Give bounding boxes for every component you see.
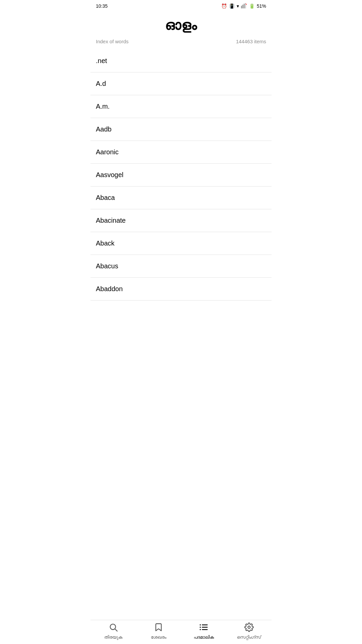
list-item[interactable]: A.d [90,72,272,95]
list-item[interactable]: Aaronic [90,141,272,164]
list-item[interactable]: Aadb [90,118,272,141]
battery-percent: 51% [257,3,266,9]
content-area: .netA.dA.m.AadbAaronicAasvogelAbacaAbaci… [90,50,272,327]
svg-rect-0 [241,6,242,8]
list-item[interactable]: Abacinate [90,209,272,232]
signal-icon [241,3,247,9]
status-time: 10:35 [96,3,108,9]
subtitle-row: Index of words 144463 items [90,36,272,50]
app-title: ഓളം [90,12,272,36]
svg-rect-2 [244,4,245,8]
wifi-icon: ▾ [237,3,239,9]
status-right: ⏰ 📳 ▾ 🔋 51% [221,3,266,9]
list-item[interactable]: Abaddon [90,278,272,301]
battery-icon: 🔋 [249,3,255,9]
list-item[interactable]: Abaca [90,186,272,209]
list-item[interactable]: .net [90,50,272,72]
svg-rect-1 [242,5,243,8]
vibrate-icon: 📳 [229,3,235,9]
list-item[interactable]: Abacus [90,255,272,278]
list-item[interactable]: Aback [90,232,272,255]
item-count: 144463 items [236,39,266,44]
word-list: .netA.dA.m.AadbAaronicAasvogelAbacaAbaci… [90,50,272,301]
alarm-icon: ⏰ [221,3,227,9]
list-item[interactable]: Aasvogel [90,164,272,186]
status-bar: 10:35 ⏰ 📳 ▾ 🔋 51% [90,0,272,12]
index-label: Index of words [96,39,129,44]
list-item[interactable]: A.m. [90,95,272,118]
